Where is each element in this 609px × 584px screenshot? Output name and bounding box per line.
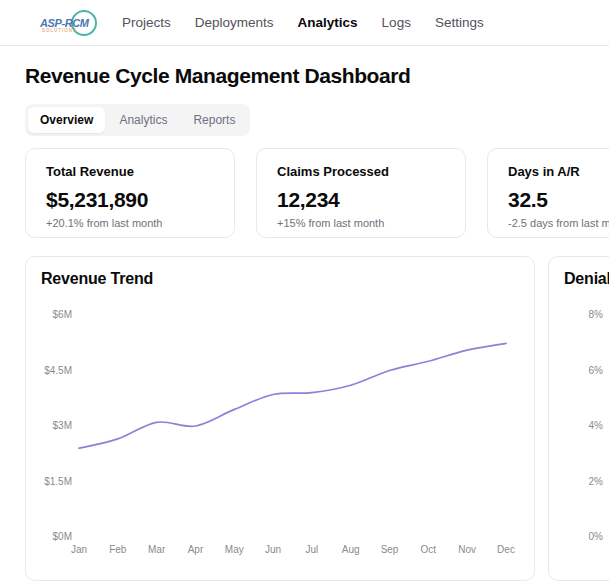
tab-analytics[interactable]: Analytics [107,107,179,133]
revenue-line-series [26,257,535,581]
revenue-trend-chart: $0M$1.5M$3M$4.5M$6MJanFebMarAprMayJunJul… [26,257,534,580]
revenue-trend-card: Revenue Trend $0M$1.5M$3M$4.5M$6MJanFebM… [25,256,535,581]
stat-value: 32.5 [508,188,609,212]
y-tick-label: 4% [549,420,603,432]
stat-card-row: Total Revenue $5,231,890 +20.1% from las… [25,148,584,238]
nav-links: Projects Deployments Analytics Logs Sett… [122,15,484,30]
stat-card-claims-processed: Claims Processed 12,234 +15% from last m… [256,148,466,238]
tab-reports[interactable]: Reports [181,107,247,133]
nav-item-logs[interactable]: Logs [382,15,411,30]
nav-item-projects[interactable]: Projects [122,15,171,30]
stat-value: $5,231,890 [46,188,214,212]
tab-overview[interactable]: Overview [28,107,105,133]
stat-value: 12,234 [277,188,445,212]
stat-label: Days in A/R [508,164,609,179]
stat-change: +15% from last month [277,217,445,229]
charts-row: Revenue Trend $0M$1.5M$3M$4.5M$6MJanFebM… [25,256,584,581]
y-tick-label: 0% [549,531,603,543]
stat-change: +20.1% from last month [46,217,214,229]
y-tick-label: 2% [549,476,603,488]
denial-rate-card: Denial Rate 0%2%4%6%8% [548,256,609,581]
page-title: Revenue Cycle Management Dashboard [25,64,584,88]
nav-item-settings[interactable]: Settings [435,15,484,30]
top-navigation: ASP-RCM SOLUTIONS Projects Deployments A… [0,0,609,46]
main-content: Revenue Cycle Management Dashboard Overv… [0,46,609,581]
stat-change: -2.5 days from last month [508,217,609,229]
y-tick-label: 8% [549,309,603,321]
nav-item-deployments[interactable]: Deployments [195,15,274,30]
y-tick-label: 6% [549,365,603,377]
view-tabs: Overview Analytics Reports [25,104,250,136]
stat-card-total-revenue: Total Revenue $5,231,890 +20.1% from las… [25,148,235,238]
nav-item-analytics[interactable]: Analytics [298,15,358,30]
stat-label: Claims Processed [277,164,445,179]
app-logo[interactable]: ASP-RCM SOLUTIONS [40,5,98,41]
denial-rate-chart: 0%2%4%6%8% [549,257,609,580]
stat-card-days-in-ar: Days in A/R 32.5 -2.5 days from last mon… [487,148,609,238]
logo-subtext: SOLUTIONS [42,28,77,33]
stat-label: Total Revenue [46,164,214,179]
